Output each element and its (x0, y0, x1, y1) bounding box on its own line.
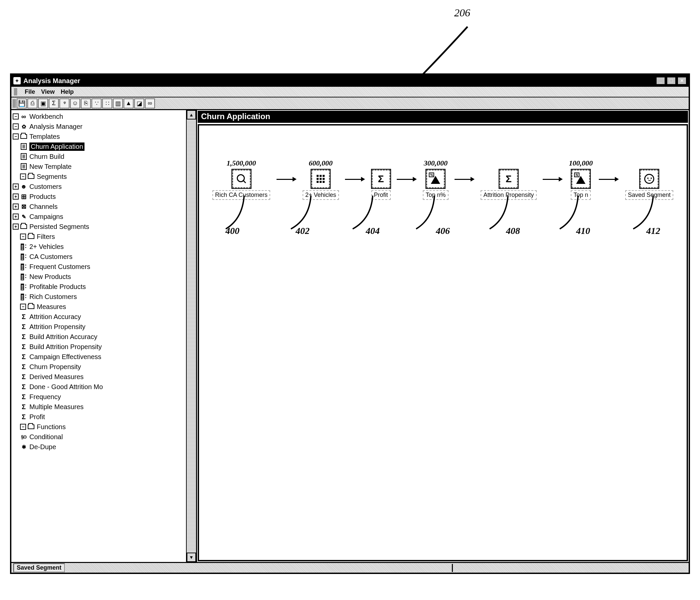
flow-arrow (345, 177, 365, 182)
tb-print-icon[interactable]: ⎙ (27, 99, 38, 108)
tree-measure-item[interactable]: Attrition Accuracy (13, 312, 196, 322)
flow-node-profit[interactable]: Σ Profit (371, 159, 391, 200)
tree-function-item[interactable]: Conditional (13, 432, 196, 442)
tree-root-workbench[interactable]: − Workbench (13, 111, 196, 122)
tb-filter-add-icon[interactable]: ᵠ (59, 99, 70, 108)
tree-template-new-template[interactable]: New Template (13, 161, 196, 172)
flow-node-saved-segment[interactable]: Saved Segment (625, 159, 673, 200)
tb-save-icon[interactable]: 💾 (17, 99, 27, 108)
flow-label: Rich CA Customers (212, 190, 270, 200)
flow-node-top-n-pct[interactable]: 300,000 % Top n% (423, 159, 448, 200)
tree-functions[interactable]: − Functions (13, 422, 196, 432)
tree-item-label: Build Attrition Accuracy (29, 333, 97, 341)
tree-filter-item[interactable]: CA Customers (13, 252, 196, 262)
flow-box[interactable] (640, 169, 658, 188)
flow-node-2plus-vehicles[interactable]: 600,000 2+ Vehicles (303, 159, 339, 200)
close-button[interactable]: × (677, 77, 686, 85)
tree-measure-item[interactable]: Build Attrition Propensity (13, 342, 196, 352)
tree-item-label: Products (29, 193, 56, 201)
sigma-icon (20, 414, 27, 420)
minimize-button[interactable]: _ (656, 77, 665, 85)
maximize-button[interactable]: □ (667, 77, 676, 85)
menu-view[interactable]: View (41, 88, 55, 96)
tree-filter-item[interactable]: Frequent Customers (13, 262, 196, 271)
flow-box[interactable] (232, 169, 251, 188)
tree-templates[interactable]: − Templates (13, 131, 196, 141)
tree-segment-products[interactable]: +Products (13, 191, 196, 202)
menu-file[interactable]: File (25, 88, 35, 96)
canvas-workspace[interactable]: 1,500,000 Rich CA Customers 600,000 2+ V… (198, 124, 688, 561)
channel-icon (20, 203, 27, 210)
tree-item-label: Channels (29, 203, 58, 211)
tree-measure-item[interactable]: Attrition Propensity (13, 322, 196, 332)
tb-link-icon[interactable]: ∞ (145, 99, 155, 108)
filter-icon (21, 264, 27, 270)
tree-filter-item[interactable]: 2+ Vehicles (13, 242, 196, 252)
flow-arrow (599, 177, 619, 182)
tb-dots2-icon[interactable]: ∷ (102, 99, 112, 108)
tree-measure-item[interactable]: Profit (13, 412, 196, 422)
titlebar: ✦ Analysis Manager _ □ × (11, 75, 689, 87)
tree-measure-item[interactable]: Multiple Measures (13, 402, 196, 412)
people-icon (20, 183, 27, 190)
flow-box[interactable] (311, 169, 330, 188)
tree-measure-item[interactable]: Derived Measures (13, 372, 196, 382)
menu-help[interactable]: Help (61, 88, 74, 96)
tb-attach-icon[interactable]: ⎘ (81, 99, 91, 108)
folder-icon (20, 224, 27, 229)
dedupe-icon (20, 443, 27, 450)
tree-filter-item[interactable]: New Products (13, 271, 196, 282)
tree-segment-campaigns[interactable]: +Campaigns (13, 212, 196, 221)
flow-box[interactable]: Σ (499, 169, 518, 188)
tree-measures[interactable]: − Measures (13, 302, 196, 312)
tb-export-icon[interactable]: ▣ (38, 99, 48, 108)
tree-measure-item[interactable]: Campaign Effectiveness (13, 352, 196, 362)
tree-segment-customers[interactable]: +Customers (13, 182, 196, 191)
flow-node-attrition-propensity[interactable]: Σ Attrition Propensity (481, 159, 536, 200)
tree-segments-label: Segments (37, 173, 67, 181)
tree-templates-label: Templates (29, 133, 60, 140)
tree-item-label: Frequent Customers (29, 263, 90, 271)
flow-box[interactable]: N (571, 169, 590, 188)
tree-filter-item[interactable]: Profitable Products (13, 282, 196, 292)
tree-root-label: Workbench (29, 113, 63, 121)
tb-dots1-icon[interactable]: ∵ (92, 99, 102, 108)
tree-segments[interactable]: − Segments (13, 172, 196, 182)
tree-item-label: Profitable Products (29, 283, 86, 291)
flow-arrow (454, 177, 475, 182)
tree-segment-persisted[interactable]: +Persisted Segments (13, 221, 196, 232)
tree-item-label: New Products (29, 273, 71, 281)
tree-filters[interactable]: − Filters (13, 232, 196, 242)
filter-icon (21, 243, 27, 250)
tree-measure-item[interactable]: Done - Good Attrition Mo (13, 382, 196, 392)
flow-node-top-n[interactable]: 100,000 N Top n (569, 159, 593, 200)
callout-ref: 410 (563, 226, 603, 236)
tb-chart-icon[interactable]: ◪ (134, 99, 144, 108)
tree-function-item[interactable]: De-Dupe (13, 442, 196, 452)
tree-filter-item[interactable]: Rich Customers (13, 292, 196, 302)
sigma-icon (20, 343, 27, 350)
flow-box[interactable]: Σ (372, 169, 391, 188)
tree-template-churn-application[interactable]: Churn Application (13, 141, 196, 152)
menu-grip (14, 88, 17, 96)
flow-arrow (397, 177, 417, 182)
tree-scrollbar[interactable]: ▲ ▼ (186, 110, 196, 562)
flow-node-rich-ca-customers[interactable]: 1,500,000 Rich CA Customers (212, 159, 270, 200)
figure-callout-label: 206 (454, 7, 470, 19)
sigma-icon (20, 363, 27, 370)
tree-item-label: Customers (29, 183, 62, 190)
tb-person-icon[interactable]: ☺ (70, 99, 80, 108)
tb-bars-icon[interactable]: ▥ (113, 99, 123, 108)
tb-sigma-icon[interactable]: Σ (49, 99, 59, 108)
flow-box[interactable]: % (426, 169, 445, 188)
tree-analysis-manager[interactable]: − Analysis Manager (13, 122, 196, 131)
scroll-up-button[interactable]: ▲ (187, 110, 196, 120)
tb-warn-icon[interactable]: ▲ (124, 99, 133, 108)
tree-segment-channels[interactable]: +Channels (13, 202, 196, 212)
tree-measure-item[interactable]: Frequency (13, 392, 196, 402)
tree-measure-item[interactable]: Churn Propensity (13, 362, 196, 372)
tree-template-churn-build[interactable]: Churn Build (13, 152, 196, 161)
flow-label: 2+ Vehicles (303, 190, 339, 200)
tree-measure-item[interactable]: Build Attrition Accuracy (13, 332, 196, 342)
scroll-down-button[interactable]: ▼ (187, 553, 196, 562)
